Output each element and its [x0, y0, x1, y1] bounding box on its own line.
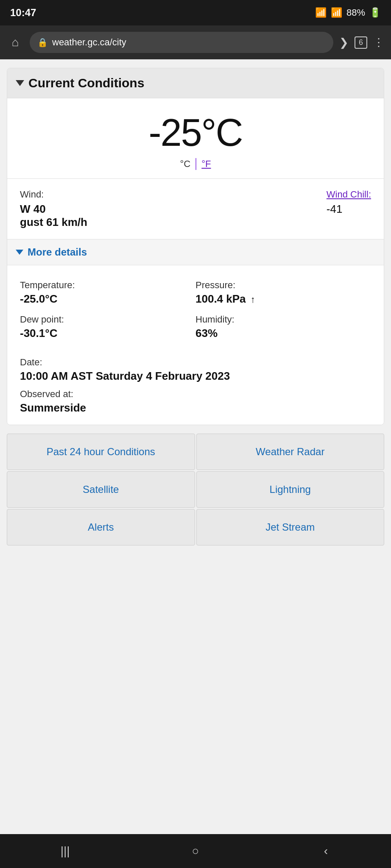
- observed-value: Summerside: [20, 401, 371, 415]
- fahrenheit-unit[interactable]: °F: [201, 159, 211, 170]
- observed-label: Observed at:: [20, 389, 371, 400]
- temperature-display: -25°C: [16, 111, 375, 155]
- dewpoint-detail: Dew point: -30.1°C: [20, 310, 196, 344]
- celsius-unit[interactable]: °C: [180, 159, 191, 170]
- temperature-section: -25°C °C °F: [7, 98, 384, 179]
- status-icons: 📶 📶 88% 🔋: [315, 7, 381, 18]
- more-details-title: More details: [28, 246, 87, 258]
- date-section: Date: 10:00 AM AST Saturday 4 February 2…: [20, 353, 371, 415]
- alerts-button[interactable]: Alerts: [7, 509, 195, 545]
- pressure-detail: Pressure: 100.4 kPa ↑: [196, 275, 371, 310]
- lightning-button[interactable]: Lightning: [196, 471, 385, 508]
- collapse-icon: [16, 80, 24, 86]
- satellite-button[interactable]: Satellite: [7, 471, 195, 508]
- unit-divider: [196, 158, 196, 170]
- back-button[interactable]: ‹: [309, 834, 343, 868]
- url-bar[interactable]: 🔒 weather.gc.ca/city: [30, 32, 333, 53]
- url-text: weather.gc.ca/city: [52, 37, 126, 48]
- wind-value: W 40: [20, 203, 87, 216]
- lock-icon: 🔒: [37, 37, 48, 47]
- status-bar: 10:47 📶 📶 88% 🔋: [0, 0, 391, 25]
- wind-chill-label[interactable]: Wind Chill:: [327, 189, 371, 200]
- more-details-header[interactable]: More details: [7, 239, 384, 265]
- bottom-nav: ||| ○ ‹: [0, 834, 391, 868]
- wind-info: Wind: W 40 gust 61 km/h: [20, 189, 87, 229]
- jet-stream-button[interactable]: Jet Stream: [196, 509, 385, 545]
- pressure-value: 100.4 kPa ↑: [196, 292, 371, 306]
- wind-chill-value: -41: [327, 203, 371, 216]
- button-grid: Past 24 hour Conditions Weather Radar Sa…: [7, 434, 384, 545]
- date-value: 10:00 AM AST Saturday 4 February 2023: [20, 370, 371, 383]
- expand-icon: [16, 250, 23, 255]
- dewpoint-label: Dew point:: [20, 314, 196, 325]
- temperature-label: Temperature:: [20, 280, 196, 291]
- current-conditions-card: Current Conditions -25°C °C °F Wind: W 4…: [7, 68, 384, 425]
- wind-section: Wind: W 40 gust 61 km/h Wind Chill: -41: [7, 179, 384, 239]
- tab-count[interactable]: 6: [355, 36, 367, 49]
- battery-icon: 🔋: [369, 7, 381, 18]
- home-button[interactable]: ○: [179, 834, 212, 868]
- pressure-label: Pressure:: [196, 280, 371, 291]
- details-grid: Temperature: -25.0°C Pressure: 100.4 kPa…: [20, 275, 371, 344]
- browser-actions: ❯ 6 ⋮: [339, 36, 384, 49]
- menu-icon[interactable]: ⋮: [373, 36, 384, 49]
- recent-apps-button[interactable]: |||: [48, 834, 82, 868]
- share-icon[interactable]: ❯: [339, 36, 349, 49]
- past-24h-button[interactable]: Past 24 hour Conditions: [7, 434, 195, 470]
- weather-radar-button[interactable]: Weather Radar: [196, 434, 385, 470]
- humidity-value: 63%: [196, 327, 371, 340]
- humidity-label: Humidity:: [196, 314, 371, 325]
- page-content: Current Conditions -25°C °C °F Wind: W 4…: [0, 59, 391, 834]
- wifi-icon: 📶: [315, 7, 327, 18]
- wind-chill-info: Wind Chill: -41: [327, 189, 371, 229]
- card-header: Current Conditions: [7, 68, 384, 98]
- home-icon[interactable]: ⌂: [7, 36, 24, 49]
- details-section: Temperature: -25.0°C Pressure: 100.4 kPa…: [7, 265, 384, 425]
- battery-text: 88%: [346, 7, 365, 18]
- wind-gust: gust 61 km/h: [20, 216, 87, 229]
- dewpoint-value: -30.1°C: [20, 327, 196, 340]
- current-conditions-title: Current Conditions: [28, 76, 144, 90]
- pressure-arrow-icon: ↑: [251, 294, 255, 305]
- browser-bar: ⌂ 🔒 weather.gc.ca/city ❯ 6 ⋮: [0, 25, 391, 59]
- wind-label: Wind:: [20, 189, 87, 200]
- date-label: Date:: [20, 357, 371, 368]
- temperature-value: -25.0°C: [20, 292, 196, 306]
- signal-icon: 📶: [331, 7, 342, 18]
- temp-unit-toggle: °C °F: [16, 158, 375, 170]
- status-time: 10:47: [10, 7, 36, 19]
- humidity-detail: Humidity: 63%: [196, 310, 371, 344]
- temperature-detail: Temperature: -25.0°C: [20, 275, 196, 310]
